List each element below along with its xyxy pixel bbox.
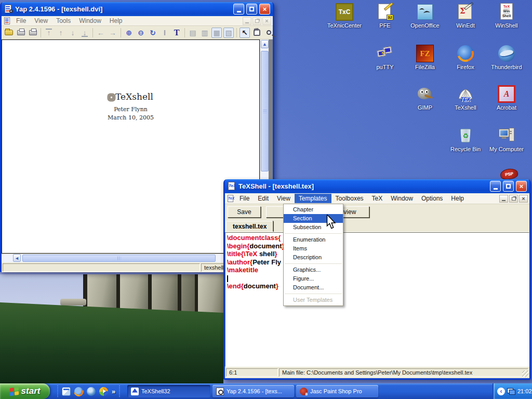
resize-grip[interactable] xyxy=(522,370,529,377)
yap-mdi-restore[interactable] xyxy=(252,17,261,25)
menu-item-graphics[interactable]: Graphics... xyxy=(284,265,343,274)
menu-item-items[interactable]: Items xyxy=(284,244,343,253)
yap-menu-help[interactable]: Help xyxy=(105,17,127,25)
texshell-mdi-restore[interactable] xyxy=(509,195,518,203)
menu-item-chapter[interactable]: Chapter xyxy=(284,205,343,214)
forward-icon[interactable]: → xyxy=(108,28,118,38)
dvi-page: TeXshell Peter Flynn March 10, 2005 xyxy=(2,39,260,254)
yap-titlebar[interactable]: Yap 2.4.1596 - [texshell.dvi] × xyxy=(2,2,273,16)
desktop-icon-texniccenter[interactable]: TxC TeXnicCenter xyxy=(325,3,364,29)
texshell-toolbar: Save TeX Preview xyxy=(225,204,529,219)
texshell-close-button[interactable]: × xyxy=(516,181,527,192)
redraw-icon[interactable]: ↻ xyxy=(148,28,158,38)
desktop-icon-openoffice[interactable]: OpenOffice xyxy=(406,3,444,29)
menu-options[interactable]: Options xyxy=(417,194,447,203)
texshell-window-title: TeXShell - [texshell.tex] xyxy=(238,182,488,190)
texshell-titlebar[interactable]: TeX TeXShell - [texshell.tex] × xyxy=(225,179,529,193)
save-button[interactable]: Save xyxy=(228,206,261,218)
last-page-icon[interactable]: ↓ xyxy=(79,28,90,38)
texshell-icon: TEX xyxy=(457,85,474,103)
next-page-icon[interactable]: ↓ xyxy=(68,28,78,38)
desktop-icon-recycle-bin[interactable]: ♻ Recycle Bin xyxy=(446,127,485,152)
menu-item-figure[interactable]: Figure... xyxy=(284,274,343,283)
desktop-icon-firefox[interactable]: Firefox xyxy=(446,45,485,70)
previous-page-icon[interactable]: ↑ xyxy=(56,28,66,38)
select-tool-icon[interactable]: ↖ xyxy=(240,28,250,38)
desktop-icon-texshell[interactable]: TEX TeXshell xyxy=(446,85,485,111)
yap-menu-file[interactable]: File xyxy=(12,17,30,25)
tray-network-icon[interactable] xyxy=(507,388,515,395)
quick-launch-thunderbird-icon[interactable] xyxy=(87,387,96,396)
tab-texshell-tex[interactable]: texshell.tex xyxy=(226,221,273,232)
texshell-maximize-button[interactable] xyxy=(503,181,514,192)
menu-help[interactable]: Help xyxy=(447,194,468,203)
desktop-icon-winshell[interactable]: TeXWinShell WinShell xyxy=(487,3,526,29)
editor-line: \end{document} xyxy=(227,282,529,290)
start-button[interactable]: start xyxy=(0,383,50,399)
desktop-icon-thunderbird[interactable]: Thunderbird xyxy=(487,45,526,70)
desktop-icon-putty[interactable]: ⚡ puTTY xyxy=(366,45,404,70)
continuous-double-view-icon[interactable]: ▧ xyxy=(223,28,234,38)
desktop-icon-my-computer[interactable]: My Computer xyxy=(487,127,526,152)
editor-area[interactable]: \documentclass{ \begin{document} \title{… xyxy=(225,232,529,367)
main-file-path: Main file: C:\Documents and Settings\Pet… xyxy=(279,368,528,377)
desktop-icon-winedt[interactable]: Σ WinEdt xyxy=(446,3,485,29)
taskbar-button-yap[interactable]: Yap 2.4.1596 - [texs... xyxy=(212,385,294,397)
ruler-icon[interactable]: I xyxy=(159,28,170,38)
texshell-minimize-button[interactable] xyxy=(490,181,501,192)
vertical-scroll-thumb[interactable] xyxy=(261,51,269,171)
quick-launch-overflow-chevron[interactable]: » xyxy=(112,388,115,395)
desktop-icon-pfe[interactable]: 32 PFE xyxy=(366,3,404,29)
yap-menu-view[interactable]: View xyxy=(30,17,52,25)
text-mode-icon[interactable]: T xyxy=(171,28,182,38)
stone xyxy=(198,274,223,314)
yap-minimize-button[interactable] xyxy=(233,4,244,15)
menu-toolboxes[interactable]: Toolboxes xyxy=(331,194,368,203)
single-page-view-icon[interactable]: ▤ xyxy=(188,28,198,38)
yap-mdi-close[interactable]: × xyxy=(262,17,271,25)
quick-launch-mediaplayer-icon[interactable] xyxy=(99,387,108,396)
desktop-icon-acrobat[interactable]: A Acrobat xyxy=(487,85,526,111)
magnifier-tool-icon[interactable] xyxy=(263,28,274,38)
dvi-title: TeXshell xyxy=(2,91,259,102)
double-page-view-icon[interactable]: ▥ xyxy=(200,28,210,38)
zoom-out-icon[interactable]: ⊖ xyxy=(136,28,146,38)
horizontal-scroll-thumb[interactable] xyxy=(22,255,216,262)
print-setup-icon[interactable] xyxy=(28,28,38,38)
menu-item-document[interactable]: Document... xyxy=(284,283,343,292)
hand-tool-icon[interactable] xyxy=(251,28,262,38)
zoom-in-icon[interactable]: ⊕ xyxy=(124,28,134,38)
first-page-icon[interactable]: ↑ xyxy=(44,28,54,38)
scroll-up-button[interactable]: ▲ xyxy=(261,40,269,48)
menu-item-enumeration[interactable]: Enumeration xyxy=(284,235,343,244)
editor-line: \documentclass{ xyxy=(227,234,529,242)
menu-item-description[interactable]: Description xyxy=(284,253,343,262)
menu-view[interactable]: View xyxy=(273,194,295,203)
yap-menu-tools[interactable]: Tools xyxy=(52,17,75,25)
taskbar-button-texshell32[interactable]: TeXShell32 xyxy=(127,385,210,397)
tray-hide-icons-chevron[interactable]: ‹ xyxy=(497,388,505,395)
quick-launch-firefox-icon[interactable] xyxy=(74,387,83,396)
desktop-icon-paintshoppro[interactable]: PSP xyxy=(498,169,521,179)
menu-window[interactable]: Window xyxy=(387,194,417,203)
yap-maximize-button[interactable] xyxy=(246,4,257,15)
texshell-mdi-minimize[interactable] xyxy=(499,195,508,203)
menu-file[interactable]: File xyxy=(235,194,254,203)
quick-launch-ie-icon[interactable] xyxy=(62,387,71,396)
desktop-icon-filezilla[interactable]: FZ FileZilla xyxy=(406,45,444,70)
menu-tex[interactable]: TeX xyxy=(368,194,387,203)
taskbar-button-paintshoppro[interactable]: Jasc Paint Shop Pro xyxy=(296,385,378,397)
yap-menu-window[interactable]: Window xyxy=(75,17,105,25)
yap-close-button[interactable]: × xyxy=(259,4,270,15)
taskbar: start » TeXShell32 Yap 2.4.1596 - [texs.… xyxy=(0,383,532,399)
continuous-view-icon[interactable]: ▦ xyxy=(211,28,222,38)
desktop-icon-gimp[interactable]: GIMP xyxy=(406,85,444,111)
scroll-left-button[interactable]: ◄ xyxy=(13,254,21,262)
texshell-mdi-close[interactable]: × xyxy=(519,195,528,203)
print-icon[interactable] xyxy=(16,28,26,38)
yap-mdi-minimize[interactable] xyxy=(243,17,251,25)
menu-edit[interactable]: Edit xyxy=(254,194,273,203)
back-icon[interactable]: ← xyxy=(96,28,106,38)
menu-templates[interactable]: Templates xyxy=(295,194,331,203)
open-file-icon[interactable] xyxy=(4,28,14,38)
